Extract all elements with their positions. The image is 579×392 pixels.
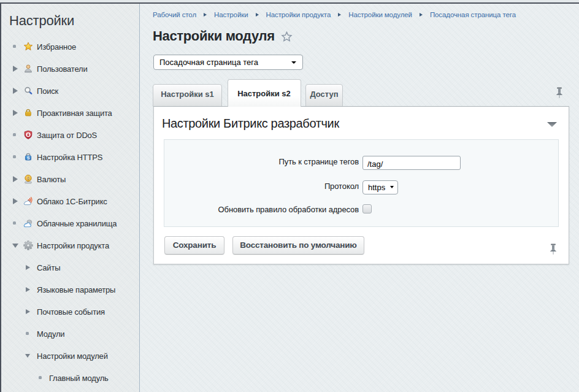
sidebar-item[interactable]: Проактивная защита: [1, 102, 140, 124]
arrow-marker-icon[interactable]: [13, 198, 18, 204]
bullet-marker-icon: [39, 376, 42, 379]
arrow-marker-icon[interactable]: [13, 66, 18, 72]
sidebar-item-label[interactable]: Языковые параметры: [37, 279, 115, 301]
gear-icon: [23, 240, 33, 250]
field-label: Обновить правило обработки адресов: [218, 205, 359, 214]
sidebar-item[interactable]: Поиск: [1, 80, 140, 102]
field-control: [362, 156, 461, 170]
bullet-marker-icon: [26, 332, 29, 335]
sidebar: Настройки ИзбранноеПользователиПоискПроа…: [1, 4, 140, 392]
arrow-marker-icon[interactable]: [13, 176, 18, 182]
sidebar-item-label[interactable]: Модули: [37, 323, 64, 345]
main-area: Рабочий столНастройкиНастройки продуктаН…: [140, 4, 579, 392]
users-icon: [23, 64, 33, 74]
restore-defaults-button[interactable]: Восстановить по умолчанию: [232, 236, 364, 255]
sidebar-item-label[interactable]: Сайты: [37, 257, 60, 279]
pin-icon[interactable]: [556, 87, 562, 98]
breadcrumb-link[interactable]: Настройки: [214, 11, 248, 18]
breadcrumb: Рабочий столНастройкиНастройки продуктаН…: [153, 9, 516, 20]
collapse-chevron-icon[interactable]: [547, 122, 557, 127]
sidebar-item-label[interactable]: Почтовые события: [37, 301, 105, 323]
bullet-marker-icon: [13, 155, 16, 158]
save-button[interactable]: Сохранить: [164, 236, 224, 255]
breadcrumb-separator-icon: [338, 13, 341, 17]
arrow-marker-icon[interactable]: [26, 265, 30, 270]
breadcrumb-separator-icon: [420, 13, 423, 17]
search-icon: [23, 86, 33, 96]
bullet-marker-icon: [13, 133, 16, 136]
field-control: [362, 204, 372, 213]
shield-icon: [23, 130, 33, 140]
sidebar-item-label[interactable]: Проактивная защита: [37, 102, 112, 125]
settings-panel: Настройки Битрикс разработчик Путь к стр…: [153, 106, 569, 264]
sidebar-menu: ИзбранноеПользователиПоискПроактивная за…: [1, 36, 140, 389]
sidebar-item[interactable]: Настройки продукта: [1, 234, 140, 256]
bullet-marker-icon: [13, 221, 16, 225]
protocol-select[interactable]: https: [362, 180, 398, 194]
sidebar-item-label[interactable]: Облачные хранилища: [37, 213, 117, 235]
https-icon: S: [23, 152, 33, 162]
sidebar-item[interactable]: Языковые параметры: [1, 279, 140, 301]
arrow-open-marker-icon[interactable]: [12, 244, 18, 248]
favorite-star-icon[interactable]: [281, 31, 293, 42]
sidebar-item[interactable]: Главный модуль: [1, 367, 140, 389]
tab-3[interactable]: Доступ: [305, 84, 343, 107]
frame-top-border: [0, 2, 579, 4]
field-control: https: [362, 180, 398, 194]
svg-text:S: S: [27, 156, 30, 160]
sidebar-item-label[interactable]: Облако 1С-Битрикс: [37, 191, 107, 213]
sidebar-item-label[interactable]: Защита от DDoS: [37, 125, 97, 147]
breadcrumb-separator-icon: [204, 13, 207, 17]
sidebar-item-label[interactable]: Главный модуль: [49, 367, 109, 390]
tag-path-input[interactable]: [362, 156, 461, 170]
arrow-marker-icon[interactable]: [26, 287, 30, 292]
breadcrumb-link[interactable]: Настройки модулей: [348, 11, 412, 18]
sidebar-item[interactable]: Настройки модулей: [1, 345, 140, 367]
sidebar-item[interactable]: Модули: [1, 323, 140, 345]
sidebar-item[interactable]: Избранное: [1, 36, 140, 58]
sidebar-item[interactable]: Пользователи: [1, 58, 140, 80]
breadcrumb-link[interactable]: Настройки продукта: [266, 11, 331, 18]
field-label: Путь к странице тегов: [278, 157, 359, 166]
currency-icon: $: [23, 174, 33, 184]
arrow-marker-icon[interactable]: [13, 88, 18, 94]
update-rule-checkbox[interactable]: [362, 204, 372, 213]
field-label: Протокол: [324, 182, 359, 191]
module-select[interactable]: Посадочная страница тега: [153, 55, 303, 70]
sidebar-item-label[interactable]: Настройки модулей: [37, 345, 108, 367]
breadcrumb-link[interactable]: Рабочий стол: [153, 11, 196, 18]
sidebar-item[interactable]: Сайты: [1, 256, 140, 279]
bullet-marker-icon: [13, 45, 16, 48]
arrow-open-marker-icon[interactable]: [25, 354, 30, 358]
sidebar-item-label[interactable]: Избранное: [37, 36, 76, 58]
lock-icon: [23, 108, 33, 118]
protocol-select-value: https: [368, 183, 385, 192]
star-icon: [23, 42, 33, 52]
section-title: Настройки Битрикс разработчик: [162, 116, 339, 131]
pin-icon[interactable]: [550, 244, 556, 255]
arrow-marker-icon[interactable]: [26, 309, 30, 314]
select-arrow-icon: [291, 61, 296, 64]
sidebar-item-label[interactable]: Поиск: [37, 80, 58, 102]
sidebar-item[interactable]: SНастройка HTTPS: [1, 146, 140, 168]
arrow-marker-icon[interactable]: [13, 110, 18, 116]
sidebar-item[interactable]: Облако 1С-Битрикс: [1, 190, 140, 212]
sidebar-title: Настройки: [9, 13, 74, 29]
tab-1[interactable]: Настройки s1: [153, 84, 222, 107]
breadcrumb-separator-icon: [256, 13, 259, 17]
sidebar-item[interactable]: Защита от DDoS: [1, 124, 140, 146]
cloud-bitrix-icon: [23, 196, 33, 206]
module-select-value: Посадочная страница тега: [159, 58, 258, 67]
sidebar-item-label[interactable]: Валюты: [37, 169, 66, 191]
frame-left-border: [0, 2, 1, 392]
sidebar-item-label[interactable]: Настройки продукта: [37, 235, 109, 257]
sidebar-item[interactable]: Почтовые события: [1, 301, 140, 323]
page-title: Настройки модуля: [153, 27, 275, 45]
sidebar-item-label[interactable]: Настройка HTTPS: [37, 147, 102, 169]
sidebar-item[interactable]: Облачные хранилища: [1, 212, 140, 234]
tab-2[interactable]: Настройки s2: [228, 79, 301, 107]
breadcrumb-link[interactable]: Посадочная страница тега: [430, 11, 516, 18]
select-arrow-icon: [390, 186, 394, 188]
sidebar-item-label[interactable]: Пользователи: [37, 58, 87, 80]
sidebar-item[interactable]: $Валюты: [1, 168, 140, 190]
